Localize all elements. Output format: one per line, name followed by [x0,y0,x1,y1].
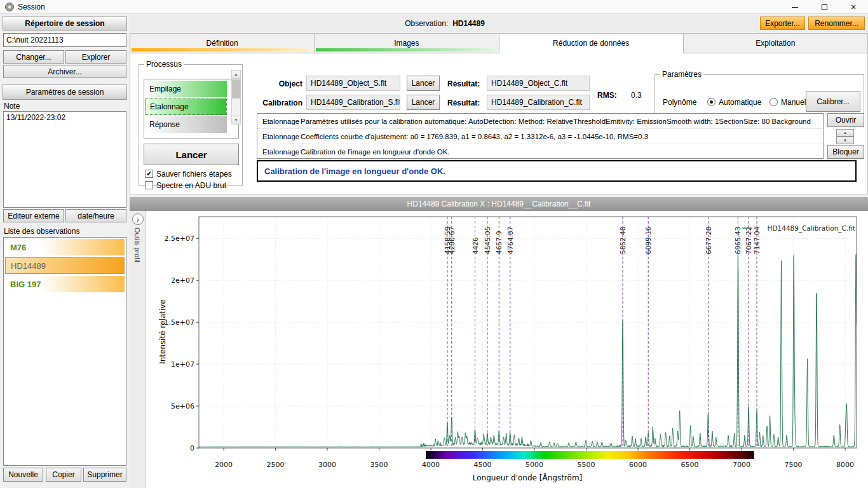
log-row: EtalonnageCoefficients courbe d'ajusteme… [257,129,823,144]
lancer-process-button[interactable]: Lancer [144,144,239,165]
log-spinner-up[interactable]: ▲ [836,129,854,137]
processus-legend: Processus [144,60,184,69]
tab-progress-bar [132,48,313,51]
calibration-line-label: 5852.48 [619,227,627,254]
restore-icon [822,4,827,10]
ouvrir-button[interactable]: Ouvrir [827,113,864,127]
session-window: Session × Répertoire de session Changer.… [0,0,868,488]
observation-item-hd14489[interactable]: HD14489 [5,257,125,274]
calibration-result-field: HD14489_Calibration_C.fit [487,95,590,110]
spectrum-plot: 4158.594200.6744264545.054657.94764.8758… [146,211,868,488]
rms-value: 0.3 [631,91,642,100]
calibration-line-label: 4200.67 [448,227,456,254]
parametres-legend: Paramètres [660,70,703,79]
session-path-input[interactable] [3,33,126,47]
y-tick-label: 1.5e+07 [165,318,194,327]
external-editor-button[interactable]: Editeur externe [3,209,64,222]
y-tick-label: 0 [190,444,194,452]
window-close-button[interactable]: × [839,0,868,14]
note-textarea[interactable]: 13/11/2022-23:02 [3,111,126,208]
scrollbar-thumb[interactable] [232,79,240,98]
calibrer-button[interactable]: Calibrer... [806,92,860,112]
bloquer-button[interactable]: Bloquer [827,145,864,159]
observation-item-big197[interactable]: BIG 197 [5,276,125,292]
calibration-line-label: 6677.28 [705,227,712,254]
y-tick-label: 1e+07 [171,360,194,369]
window-title: Session [18,3,45,11]
observation-label: Observation: [405,19,448,28]
app-icon [4,2,15,12]
lancer-object-button[interactable]: Lancer [407,76,440,91]
process-item-empilage[interactable]: Empilage [146,81,227,97]
calibration-line-label: 4657.9 [495,231,503,254]
calibration-label: Calibration [252,98,302,107]
y-tick-label: 2e+07 [171,276,194,285]
session-parameters-button[interactable]: Paramètres de session [3,85,127,100]
log-row: EtalonnageCalibration de l'image en long… [257,144,823,159]
object-file-field[interactable]: HD14489_Object_S.fit [306,76,400,91]
process-item-reponse[interactable]: Réponse [146,116,227,133]
log-tag: Etalonnage [257,118,295,125]
x-tick-label: 4500 [474,461,492,469]
status-box: Calibration de l'image en longueur d'ond… [257,160,857,182]
checkbox-sauver-fichiers[interactable]: ✔ [145,170,153,178]
tab-exploitation[interactable]: Exploitation [683,33,868,53]
calibration-file-field[interactable]: HD14489_Calibration_S.fit [306,95,400,110]
title-bar: Session × [0,0,868,14]
explorer-button[interactable]: Explorer [65,50,126,64]
tab-reduction[interactable]: Réduction de données [499,33,684,53]
log-text: Paramètres utilisés pour la calibration … [301,118,811,125]
x-tick-label: 8000 [836,461,854,469]
scroll-down-icon[interactable]: ▼ [232,116,240,124]
object-result-field: HD14489_Object_C.fit [487,76,590,91]
tab-definition[interactable]: Définition [130,33,315,53]
tools-profil-label: Outils profil [133,227,141,262]
lancer-calibration-button[interactable]: Lancer [407,95,440,110]
log-text: Coefficients courbe d'ajustement: a0 = 1… [301,133,648,140]
tab-images[interactable]: Images [314,33,499,53]
renommer-button[interactable]: Renommer... [808,17,865,30]
status-message: Calibration de l'image en longueur d'ond… [264,166,445,176]
profile-chart[interactable]: 4158.594200.6744264545.054657.94764.8758… [146,211,868,488]
archiver-button[interactable]: Archiver... [3,65,126,78]
window-minimize-button[interactable] [780,0,810,14]
tab-label: Exploitation [756,39,795,48]
observations-list-label: Liste des observations [4,227,79,236]
radio-manuel[interactable] [770,98,778,106]
x-tick-label: 6000 [629,461,647,469]
log-box: EtalonnageParamètres utilisés pour la ca… [257,113,824,159]
nouvelle-button[interactable]: Nouvelle [3,468,43,482]
log-spinner-down[interactable]: ▼ [836,137,854,144]
radio-automatique[interactable] [707,98,715,106]
datetime-button[interactable]: date/heure [65,209,126,222]
session-directory-header: Répertoire de session [3,17,127,30]
window-restore-button[interactable] [810,0,839,14]
tab-bar: DéfinitionImagesRéduction de donnéesExpl… [130,33,868,53]
x-tick-label: 7000 [733,461,750,469]
window-controls: × [780,0,868,14]
x-tick-label: 5000 [526,461,543,469]
checkbox-row-adu: Spectre en ADU brut [145,180,226,190]
supprimer-button[interactable]: Supprimer [83,468,126,482]
radio-selected-dot [710,100,713,104]
calibration-line-label: 7147.04 [753,226,761,254]
x-axis-title: Longueur d'onde [Ångström] [473,473,583,482]
calibration-result-label: Résultat: [447,98,480,107]
x-tick-label: 3500 [370,461,388,469]
calibration-line-label: 6099.16 [644,226,652,254]
scroll-up-icon[interactable]: ▲ [232,71,240,79]
copier-button[interactable]: Copier [46,468,81,482]
changer-button[interactable]: Changer... [3,50,64,64]
observation-item-m76[interactable]: M76 [5,239,125,255]
tools-expander-button[interactable]: › [132,214,144,225]
calibration-line-label: 4426 [471,237,479,254]
process-item-etalonnage[interactable]: Etalonnage [146,98,227,115]
tab-label: Images [394,39,419,48]
exporter-button[interactable]: Exporter... [760,17,805,30]
checkbox-spectre-adu[interactable] [145,181,153,189]
x-tick-label: 3000 [318,461,336,469]
process-scrollbar[interactable]: ▲ ▼ [231,70,241,125]
tab-label: Réduction de données [553,39,629,48]
spectrum-line [199,252,857,447]
radio-manuel-label: Manuel [781,98,806,107]
